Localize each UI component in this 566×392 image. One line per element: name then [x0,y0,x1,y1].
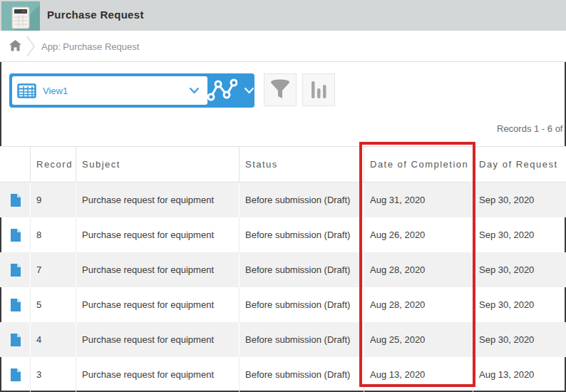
record-file-icon[interactable] [10,298,21,312]
cell-day-of-request: Aug 13, 2020 [473,357,566,392]
cell-record-number: 8 [30,217,76,252]
cell-status: Before submission (Draft) [239,182,364,217]
chevron-down-icon [189,87,200,94]
chevron-down-icon [244,86,254,96]
record-icon-cell [0,217,30,252]
record-file-icon[interactable] [10,263,21,277]
bar-chart-icon [310,80,327,100]
record-icon-cell [0,182,30,217]
column-header-record[interactable]: Record [30,147,76,182]
table-view-icon [17,83,36,98]
record-file-icon[interactable] [10,193,21,207]
line-graph-icon [207,78,237,104]
cell-subject: Purchase request for equipment [76,217,239,252]
chart-button[interactable] [302,73,335,106]
record-icon-cell [0,252,30,287]
cell-record-number: 4 [30,322,76,357]
cell-subject: Purchase request for equipment [76,252,239,287]
cell-record-number: 9 [30,182,76,217]
cell-subject: Purchase request for equipment [76,322,239,357]
view-selector-label: View1 [43,86,189,96]
table-row[interactable]: 9 Purchase request for equipment Before … [0,182,566,217]
graph-button[interactable] [207,73,254,108]
table-row[interactable]: 4 Purchase request for equipment Before … [0,322,566,357]
cell-date-of-completion: Aug 26, 2020 [364,217,473,252]
cell-status: Before submission (Draft) [239,217,364,252]
app-window: Purchase Request Ap [0,0,566,392]
home-icon[interactable] [9,40,21,54]
calculator-glyph [11,6,30,29]
cell-date-of-completion: Aug 13, 2020 [364,357,473,392]
cell-date-of-completion: Aug 28, 2020 [364,252,473,287]
cell-date-of-completion: Aug 31, 2020 [364,182,473,217]
breadcrumb-path[interactable]: App: Purchase Request [41,41,139,52]
filter-funnel-icon [269,79,291,101]
app-title: Purchase Request [47,9,144,21]
record-icon-cell [0,287,30,322]
record-file-icon[interactable] [10,368,21,382]
record-icon-cell [0,357,30,392]
record-icon-cell [0,322,30,357]
cell-day-of-request: Sep 30, 2020 [473,217,566,252]
record-file-icon[interactable] [10,228,21,242]
cell-subject: Purchase request for equipment [76,287,239,322]
cell-day-of-request: Sep 30, 2020 [473,322,566,357]
table-row[interactable]: 7 Purchase request for equipment Before … [0,252,566,287]
cell-status: Before submission (Draft) [239,287,364,322]
cell-day-of-request: Sep 30, 2020 [473,182,566,217]
cell-subject: Purchase request for equipment [76,357,239,392]
view-selector[interactable]: View1 [12,76,207,105]
calculator-app-icon[interactable] [1,1,40,33]
column-header-subject[interactable]: Subject [76,147,239,182]
column-header-day-of-request[interactable]: Day of Request [473,147,566,182]
table-row[interactable]: 3 Purchase request for equipment Before … [0,357,566,392]
cell-record-number: 3 [30,357,76,392]
column-header-date-of-completion[interactable]: Date of Completion [364,147,473,182]
view-toolbar: View1 [9,73,254,108]
cell-status: Before submission (Draft) [239,252,364,287]
cell-status: Before submission (Draft) [239,357,364,392]
app-header: Purchase Request [0,0,566,31]
records-count: Records 1 - 6 of [497,123,563,134]
column-header-icon [0,147,30,182]
cell-subject: Purchase request for equipment [76,182,239,217]
breadcrumb: App: Purchase Request [0,31,566,62]
table-row[interactable]: 5 Purchase request for equipment Before … [0,287,566,322]
cell-record-number: 5 [30,287,76,322]
column-header-status[interactable]: Status [239,147,364,182]
cell-day-of-request: Sep 30, 2020 [473,287,566,322]
filter-button[interactable] [264,73,297,106]
table-header-row: Record Subject Status Date of Completion… [0,146,566,182]
cell-record-number: 7 [30,252,76,287]
cell-status: Before submission (Draft) [239,322,364,357]
records-table: Record Subject Status Date of Completion… [0,146,566,392]
cell-date-of-completion: Aug 25, 2020 [364,322,473,357]
table-row[interactable]: 8 Purchase request for equipment Before … [0,217,566,252]
cell-date-of-completion: Aug 28, 2020 [364,287,473,322]
breadcrumb-separator-icon [26,35,36,61]
record-file-icon[interactable] [10,333,21,347]
cell-day-of-request: Sep 30, 2020 [473,252,566,287]
